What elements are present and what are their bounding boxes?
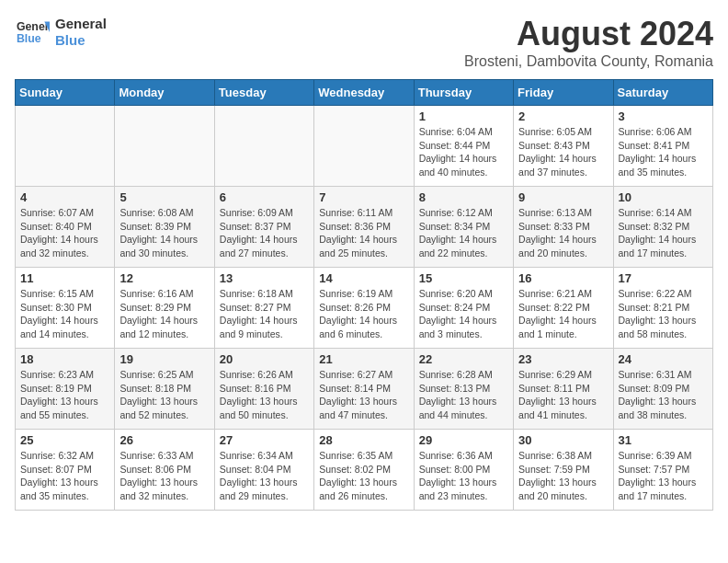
calendar-cell: 16Sunrise: 6:21 AM Sunset: 8:22 PM Dayli…	[514, 268, 613, 349]
day-number: 19	[119, 352, 209, 366]
calendar-table: SundayMondayTuesdayWednesdayThursdayFrid…	[15, 79, 713, 511]
day-info: Sunrise: 6:06 AM Sunset: 8:41 PM Dayligh…	[619, 125, 708, 179]
day-info: Sunrise: 6:18 AM Sunset: 8:27 PM Dayligh…	[220, 287, 309, 341]
day-number: 27	[220, 433, 309, 447]
calendar-cell: 12Sunrise: 6:16 AM Sunset: 8:29 PM Dayli…	[115, 268, 214, 349]
day-number: 12	[119, 271, 209, 285]
day-number: 10	[619, 190, 708, 204]
calendar-cell: 20Sunrise: 6:26 AM Sunset: 8:16 PM Dayli…	[214, 349, 313, 430]
weekday-header-row: SundayMondayTuesdayWednesdayThursdayFrid…	[16, 80, 713, 106]
day-info: Sunrise: 6:26 AM Sunset: 8:16 PM Dayligh…	[220, 368, 309, 422]
day-info: Sunrise: 6:34 AM Sunset: 8:04 PM Dayligh…	[220, 449, 309, 503]
calendar-cell: 15Sunrise: 6:20 AM Sunset: 8:24 PM Dayli…	[414, 268, 513, 349]
calendar-week-4: 18Sunrise: 6:23 AM Sunset: 8:19 PM Dayli…	[16, 349, 713, 430]
weekday-header-sunday: Sunday	[16, 80, 115, 106]
day-info: Sunrise: 6:11 AM Sunset: 8:36 PM Dayligh…	[319, 206, 408, 260]
day-number: 9	[518, 190, 608, 204]
day-number: 23	[518, 352, 608, 366]
day-info: Sunrise: 6:05 AM Sunset: 8:43 PM Dayligh…	[518, 125, 608, 179]
day-info: Sunrise: 6:15 AM Sunset: 8:30 PM Dayligh…	[20, 287, 109, 341]
calendar-cell: 1Sunrise: 6:04 AM Sunset: 8:44 PM Daylig…	[414, 106, 513, 187]
calendar-cell: 4Sunrise: 6:07 AM Sunset: 8:40 PM Daylig…	[16, 187, 115, 268]
day-number: 14	[319, 271, 408, 285]
calendar-cell: 14Sunrise: 6:19 AM Sunset: 8:26 PM Dayli…	[314, 268, 414, 349]
calendar-cell: 28Sunrise: 6:35 AM Sunset: 8:02 PM Dayli…	[314, 430, 414, 511]
day-number: 3	[619, 109, 708, 123]
day-info: Sunrise: 6:27 AM Sunset: 8:14 PM Dayligh…	[319, 368, 408, 422]
weekday-header-friday: Friday	[514, 80, 613, 106]
title-block: August 2024 Brosteni, Dambovita County, …	[464, 15, 713, 70]
day-info: Sunrise: 6:21 AM Sunset: 8:22 PM Dayligh…	[518, 287, 608, 341]
weekday-header-tuesday: Tuesday	[214, 80, 313, 106]
calendar-cell: 25Sunrise: 6:32 AM Sunset: 8:07 PM Dayli…	[16, 430, 115, 511]
day-info: Sunrise: 6:32 AM Sunset: 8:07 PM Dayligh…	[20, 449, 109, 503]
day-number: 5	[119, 190, 209, 204]
day-number: 4	[20, 190, 109, 204]
calendar-week-1: 1Sunrise: 6:04 AM Sunset: 8:44 PM Daylig…	[16, 106, 713, 187]
day-number: 15	[419, 271, 508, 285]
calendar-cell: 29Sunrise: 6:36 AM Sunset: 8:00 PM Dayli…	[414, 430, 513, 511]
day-number: 22	[419, 352, 508, 366]
weekday-header-wednesday: Wednesday	[314, 80, 414, 106]
calendar-cell	[214, 106, 313, 187]
day-info: Sunrise: 6:12 AM Sunset: 8:34 PM Dayligh…	[419, 206, 508, 260]
calendar-cell: 8Sunrise: 6:12 AM Sunset: 8:34 PM Daylig…	[414, 187, 513, 268]
calendar-week-3: 11Sunrise: 6:15 AM Sunset: 8:30 PM Dayli…	[16, 268, 713, 349]
day-info: Sunrise: 6:08 AM Sunset: 8:39 PM Dayligh…	[119, 206, 209, 260]
day-number: 26	[119, 433, 209, 447]
day-info: Sunrise: 6:31 AM Sunset: 8:09 PM Dayligh…	[619, 368, 708, 422]
calendar-cell: 26Sunrise: 6:33 AM Sunset: 8:06 PM Dayli…	[115, 430, 214, 511]
day-number: 29	[419, 433, 508, 447]
day-info: Sunrise: 6:09 AM Sunset: 8:37 PM Dayligh…	[220, 206, 309, 260]
day-info: Sunrise: 6:23 AM Sunset: 8:19 PM Dayligh…	[20, 368, 109, 422]
calendar-cell: 3Sunrise: 6:06 AM Sunset: 8:41 PM Daylig…	[613, 106, 712, 187]
calendar-cell	[16, 106, 115, 187]
weekday-header-thursday: Thursday	[414, 80, 513, 106]
day-number: 8	[419, 190, 508, 204]
calendar-cell: 21Sunrise: 6:27 AM Sunset: 8:14 PM Dayli…	[314, 349, 414, 430]
calendar-cell: 27Sunrise: 6:34 AM Sunset: 8:04 PM Dayli…	[214, 430, 313, 511]
day-info: Sunrise: 6:13 AM Sunset: 8:33 PM Dayligh…	[518, 206, 608, 260]
day-info: Sunrise: 6:16 AM Sunset: 8:29 PM Dayligh…	[119, 287, 209, 341]
logo-icon: General Blue	[15, 15, 50, 50]
calendar-cell: 9Sunrise: 6:13 AM Sunset: 8:33 PM Daylig…	[514, 187, 613, 268]
calendar-cell: 11Sunrise: 6:15 AM Sunset: 8:30 PM Dayli…	[16, 268, 115, 349]
day-number: 11	[20, 271, 109, 285]
day-number: 2	[518, 109, 608, 123]
day-number: 20	[220, 352, 309, 366]
page-header: General Blue General Blue August 2024 Br…	[15, 15, 713, 70]
day-number: 24	[619, 352, 708, 366]
calendar-cell: 5Sunrise: 6:08 AM Sunset: 8:39 PM Daylig…	[115, 187, 214, 268]
calendar-cell: 31Sunrise: 6:39 AM Sunset: 7:57 PM Dayli…	[613, 430, 712, 511]
day-info: Sunrise: 6:20 AM Sunset: 8:24 PM Dayligh…	[419, 287, 508, 341]
page-title: August 2024	[464, 15, 713, 53]
calendar-cell: 10Sunrise: 6:14 AM Sunset: 8:32 PM Dayli…	[613, 187, 712, 268]
calendar-cell: 6Sunrise: 6:09 AM Sunset: 8:37 PM Daylig…	[214, 187, 313, 268]
calendar-cell: 19Sunrise: 6:25 AM Sunset: 8:18 PM Dayli…	[115, 349, 214, 430]
logo-blue: Blue	[55, 32, 107, 49]
day-info: Sunrise: 6:25 AM Sunset: 8:18 PM Dayligh…	[119, 368, 209, 422]
day-number: 16	[518, 271, 608, 285]
day-info: Sunrise: 6:28 AM Sunset: 8:13 PM Dayligh…	[419, 368, 508, 422]
day-info: Sunrise: 6:36 AM Sunset: 8:00 PM Dayligh…	[419, 449, 508, 503]
calendar-cell: 18Sunrise: 6:23 AM Sunset: 8:19 PM Dayli…	[16, 349, 115, 430]
weekday-header-saturday: Saturday	[613, 80, 712, 106]
calendar-cell: 7Sunrise: 6:11 AM Sunset: 8:36 PM Daylig…	[314, 187, 414, 268]
svg-text:General: General	[17, 20, 50, 33]
calendar-cell: 2Sunrise: 6:05 AM Sunset: 8:43 PM Daylig…	[514, 106, 613, 187]
calendar-cell: 23Sunrise: 6:29 AM Sunset: 8:11 PM Dayli…	[514, 349, 613, 430]
calendar-cell: 17Sunrise: 6:22 AM Sunset: 8:21 PM Dayli…	[613, 268, 712, 349]
day-number: 7	[319, 190, 408, 204]
day-info: Sunrise: 6:19 AM Sunset: 8:26 PM Dayligh…	[319, 287, 408, 341]
calendar-cell	[115, 106, 214, 187]
calendar-cell: 13Sunrise: 6:18 AM Sunset: 8:27 PM Dayli…	[214, 268, 313, 349]
svg-text:Blue: Blue	[17, 32, 41, 45]
day-number: 18	[20, 352, 109, 366]
day-number: 31	[619, 433, 708, 447]
logo-general: General	[55, 16, 107, 32]
weekday-header-monday: Monday	[115, 80, 214, 106]
logo: General Blue General Blue	[15, 15, 107, 50]
day-info: Sunrise: 6:29 AM Sunset: 8:11 PM Dayligh…	[518, 368, 608, 422]
page-subtitle: Brosteni, Dambovita County, Romania	[464, 53, 713, 70]
day-number: 25	[20, 433, 109, 447]
